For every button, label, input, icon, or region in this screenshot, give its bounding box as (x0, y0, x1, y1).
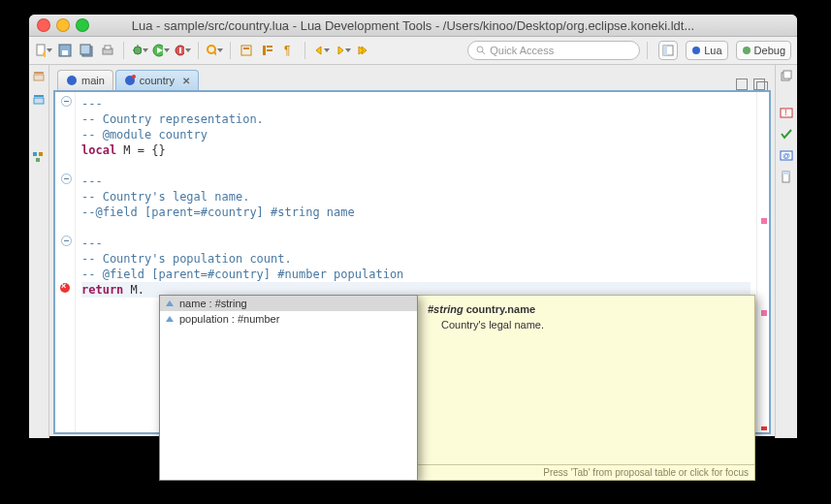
external-tools-icon[interactable] (174, 42, 191, 59)
titlebar: Lua - sample/src/country.lua - Lua Devel… (29, 15, 797, 37)
fold-toggle-icon[interactable] (61, 96, 72, 107)
svg-rect-40 (36, 158, 40, 162)
debug-icon[interactable] (131, 42, 148, 59)
tab-main-label: main (81, 75, 105, 86)
zoom-window-button[interactable] (76, 18, 89, 32)
svg-point-33 (743, 47, 751, 54)
doc-description: Country's legal name. (428, 319, 745, 331)
close-window-button[interactable] (37, 18, 50, 32)
svg-rect-37 (34, 98, 44, 104)
left-trim (29, 65, 49, 438)
overview-mark-icon[interactable] (761, 218, 767, 224)
fold-gutter (55, 92, 76, 432)
code-keyword: local (81, 143, 116, 157)
toggle-block-icon[interactable] (259, 42, 276, 59)
svg-line-17 (214, 52, 216, 56)
svg-rect-21 (267, 46, 272, 47)
restore-icon[interactable] (780, 69, 793, 82)
svg-rect-22 (267, 49, 272, 51)
close-tab-icon[interactable]: ✕ (182, 76, 190, 86)
nav-last-icon[interactable] (355, 42, 372, 59)
overview-mark-icon[interactable] (761, 310, 767, 316)
toggle-whitespace-icon[interactable]: ¶ (280, 42, 298, 59)
nav-back-icon[interactable] (312, 42, 330, 59)
code-text: M = {} (116, 143, 166, 157)
bookmarks-icon[interactable] (780, 170, 793, 183)
console-icon[interactable]: @ (780, 148, 793, 162)
overview-ruler[interactable] (756, 92, 769, 432)
field-icon (166, 316, 174, 322)
lua-file-icon (124, 75, 136, 86)
fold-toggle-icon[interactable] (61, 236, 72, 246)
save-icon[interactable] (56, 42, 74, 59)
svg-rect-45 (783, 71, 791, 79)
toggle-mark-icon[interactable] (238, 42, 255, 59)
autocomplete-item[interactable]: name : #string (160, 296, 417, 311)
svg-rect-3 (62, 50, 68, 55)
overview-error-icon[interactable] (761, 426, 767, 430)
code-keyword: return (81, 283, 123, 297)
svg-text:!: ! (784, 108, 787, 117)
svg-rect-31 (663, 46, 667, 55)
minimize-editor-icon[interactable] (736, 79, 748, 90)
minimize-window-button[interactable] (56, 18, 70, 32)
svg-text:@: @ (783, 151, 790, 160)
autocomplete-label: name : #string (179, 298, 247, 309)
svg-rect-38 (33, 152, 37, 156)
svg-line-29 (482, 51, 485, 54)
doc-type: #string (428, 303, 463, 315)
svg-rect-18 (241, 46, 251, 55)
right-trim: ! @ (775, 65, 797, 438)
maximize-editor-icon[interactable] (753, 79, 765, 90)
tab-main[interactable]: main (57, 70, 113, 90)
code-line: --@field [parent=#country] #string name (81, 205, 355, 219)
error-marker-icon[interactable] (60, 283, 70, 293)
svg-point-43 (132, 75, 136, 79)
problems-icon[interactable]: ! (780, 106, 793, 119)
svg-rect-35 (34, 75, 44, 80)
svg-marker-24 (316, 47, 321, 54)
save-all-icon[interactable] (78, 42, 95, 59)
perspective-debug-button[interactable]: Debug (736, 41, 791, 60)
script-explorer-icon[interactable] (32, 69, 46, 82)
svg-point-8 (134, 47, 142, 54)
autocomplete-popup[interactable]: name : #string population : #number (159, 295, 418, 481)
svg-rect-20 (263, 46, 266, 55)
tab-country-label: country (140, 75, 175, 86)
code-line: -- @module country (81, 128, 208, 142)
field-icon (166, 300, 174, 306)
perspective-lua-button[interactable]: Lua (686, 41, 727, 60)
doc-body: #string country.name Country's legal nam… (418, 296, 754, 464)
autocomplete-item[interactable]: population : #number (160, 311, 417, 327)
doc-name: country.name (466, 303, 535, 315)
new-icon[interactable] (35, 42, 52, 59)
code-line: --- (81, 97, 103, 110)
doc-popup[interactable]: #string country.name Country's legal nam… (417, 295, 755, 481)
search-icon[interactable] (206, 42, 223, 59)
svg-rect-19 (243, 47, 249, 49)
svg-rect-15 (179, 47, 181, 53)
code-line: -- @field [parent=#country] #number popu… (81, 268, 403, 281)
svg-point-41 (67, 76, 77, 85)
autocomplete-label: population : #number (179, 313, 279, 325)
print-icon[interactable] (99, 42, 116, 59)
svg-rect-51 (783, 172, 789, 174)
outline-icon[interactable] (32, 150, 46, 164)
code-line: -- Country's legal name. (81, 190, 249, 204)
svg-rect-7 (105, 46, 111, 49)
quick-access-input[interactable]: Quick Access (467, 41, 640, 60)
perspective-debug-label: Debug (754, 45, 785, 56)
svg-rect-5 (80, 45, 90, 54)
open-perspective-button[interactable] (658, 41, 678, 60)
code-line: --- (81, 236, 103, 250)
fold-toggle-icon[interactable] (61, 173, 72, 184)
svg-rect-36 (34, 95, 44, 97)
lua-file-icon (66, 75, 78, 86)
nav-forward-icon[interactable] (334, 42, 351, 59)
doc-footer: Press 'Tab' from proposal table or click… (418, 464, 754, 480)
tab-country[interactable]: country ✕ (115, 70, 199, 90)
navigator-icon[interactable] (32, 92, 46, 106)
run-icon[interactable] (152, 42, 170, 59)
tasks-icon[interactable] (780, 127, 793, 141)
perspective-lua-label: Lua (704, 45, 721, 56)
